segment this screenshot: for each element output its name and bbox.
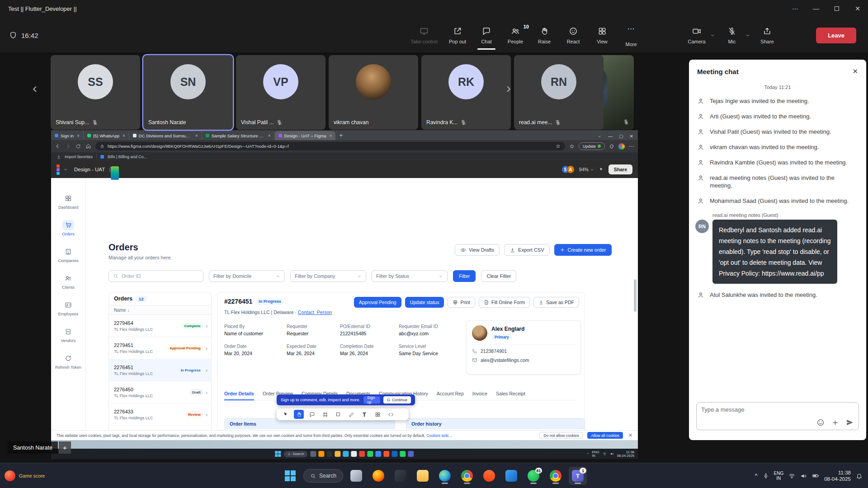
pin-add-button[interactable]: + bbox=[59, 441, 71, 454]
participant-tile[interactable]: SS Shivani Sup... bbox=[51, 55, 140, 130]
browser-tab[interactable]: Design - UAT – Figma × bbox=[275, 131, 336, 140]
participant-tile[interactable]: SN Santosh Narate bbox=[143, 55, 233, 130]
close-tab-icon[interactable]: × bbox=[123, 133, 125, 138]
taskbar-search[interactable]: Search bbox=[303, 469, 343, 483]
extensions-puzzle-icon[interactable] bbox=[609, 144, 614, 149]
components-tool-icon[interactable] bbox=[373, 410, 382, 419]
taskbar-app-icon[interactable] bbox=[343, 451, 349, 457]
home-icon[interactable] bbox=[85, 143, 91, 149]
order-id-search[interactable] bbox=[108, 270, 203, 282]
clear-filter-button[interactable]: Clear Filter bbox=[481, 270, 516, 282]
browser-tab[interactable]: (5) WhatsApp × bbox=[84, 131, 129, 140]
mic-tray-icon[interactable] bbox=[763, 473, 769, 479]
import-favorites-link[interactable]: Import favorites bbox=[65, 155, 93, 159]
figma-file-name[interactable]: Design - UAT bbox=[74, 167, 105, 172]
taskbar-app-icon[interactable] bbox=[376, 451, 382, 457]
people-button[interactable]: 10 People bbox=[501, 17, 530, 53]
contact-email[interactable]: alex@vstatefilings.com bbox=[481, 357, 529, 363]
cookies-settings-link[interactable]: Cookies settings bbox=[426, 433, 454, 438]
dev-mode-icon[interactable] bbox=[386, 410, 396, 419]
filter-button[interactable]: Filter bbox=[453, 270, 476, 282]
zoom-control[interactable]: 94% bbox=[579, 167, 594, 172]
share-button[interactable]: Share bbox=[754, 27, 780, 44]
order-list-item[interactable]: 2276451 TL Flex Holdings LLC In Progress… bbox=[109, 359, 211, 381]
close-tab-icon[interactable]: × bbox=[195, 133, 198, 138]
taskbar-clock[interactable]: 11:3808-04-2025 bbox=[824, 469, 851, 482]
take-control-button[interactable]: Take control bbox=[405, 17, 443, 53]
attach-plus-icon[interactable] bbox=[831, 419, 839, 427]
order-list-item[interactable]: 2276450 TL Flex Holdings LLC Draft › bbox=[109, 381, 211, 404]
text-tool-icon[interactable]: T bbox=[359, 410, 369, 419]
deny-cookies-button[interactable]: Do not allow cookies bbox=[539, 432, 583, 439]
figma-collaborator-avatar[interactable]: A bbox=[566, 165, 575, 174]
scrollbar-thumb[interactable] bbox=[634, 279, 637, 312]
close-button[interactable]: ✕ bbox=[847, 0, 868, 17]
start-icon[interactable] bbox=[275, 451, 281, 457]
participant-tile[interactable]: RN read.ai mee... bbox=[514, 55, 604, 130]
taskbar-app-icon[interactable] bbox=[335, 451, 341, 457]
update-status-button[interactable]: Update status bbox=[405, 297, 444, 308]
order-list-item[interactable]: 2279451 TL Flex Holdings LLC Approval Pe… bbox=[109, 337, 211, 359]
taskbar-app-icon[interactable] bbox=[347, 467, 365, 485]
order-list-item[interactable]: 2279454 TL Flex Holdings LLC Complete › bbox=[109, 315, 211, 337]
sidebar-item-vendors[interactable]: Vendors bbox=[52, 327, 84, 343]
close-tab-icon[interactable]: × bbox=[330, 133, 332, 138]
taskbar-app-icon[interactable] bbox=[311, 451, 316, 457]
browser-tab[interactable]: Sample Salary Structure with calc × bbox=[202, 131, 275, 140]
browser-tab[interactable]: DC Divisions and Surroundings × bbox=[129, 131, 202, 140]
taskbar-app-icon[interactable]: T 1 bbox=[569, 467, 587, 485]
start-button[interactable] bbox=[281, 467, 299, 485]
order-id-input[interactable] bbox=[122, 273, 189, 279]
taskbar-app-icon[interactable] bbox=[458, 467, 476, 485]
hand-tool-icon[interactable] bbox=[294, 410, 304, 419]
save-as-pdf-button[interactable]: Save as PDF bbox=[533, 297, 579, 308]
forward-icon[interactable] bbox=[65, 143, 71, 149]
browser-update-button[interactable]: Update bbox=[579, 142, 605, 150]
language-indicator[interactable]: ENGIN bbox=[774, 471, 784, 481]
contact-phone[interactable]: 2123874901 bbox=[481, 348, 507, 354]
close-cookie-icon[interactable]: ✕ bbox=[628, 432, 632, 438]
print-button[interactable]: Print bbox=[448, 297, 475, 308]
browser-profile-avatar[interactable] bbox=[618, 143, 625, 150]
browser-menu-icon[interactable]: ⋯ bbox=[629, 143, 634, 150]
notifications-bell-icon[interactable] bbox=[856, 473, 863, 479]
chat-button[interactable]: Chat bbox=[472, 17, 501, 53]
message-input[interactable] bbox=[701, 406, 854, 413]
taskbar-app-icon[interactable] bbox=[436, 467, 454, 485]
refresh-icon[interactable] bbox=[75, 144, 81, 149]
taskbar-app-icon[interactable]: 81 bbox=[524, 467, 542, 485]
taskbar-widget[interactable]: Game score bbox=[5, 463, 45, 488]
tab-list-chevron-icon[interactable] bbox=[597, 134, 602, 139]
browser-maximize-icon[interactable]: ▢ bbox=[619, 134, 623, 139]
shape-tool-icon[interactable] bbox=[333, 410, 343, 419]
view-button[interactable]: View bbox=[588, 17, 617, 53]
approval-pending-button[interactable]: Approval Pending bbox=[354, 297, 401, 308]
send-icon[interactable] bbox=[846, 418, 854, 427]
detail-tab[interactable]: Invoice bbox=[472, 391, 487, 396]
pop-out-button[interactable]: Pop out bbox=[443, 17, 472, 53]
raise-hand-button[interactable]: Raise bbox=[530, 17, 559, 53]
figma-menu-chevron-icon[interactable] bbox=[63, 167, 68, 172]
figma-logo-icon[interactable] bbox=[57, 164, 60, 175]
taskbar-app-icon[interactable] bbox=[408, 451, 414, 457]
order-list-item[interactable]: 2276433 TL Flex Holdings LLC Review › bbox=[109, 404, 211, 426]
taskbar-app-icon[interactable] bbox=[502, 467, 520, 485]
bookmark-link[interactable]: Bills | Billing and Co... bbox=[108, 155, 147, 159]
taskbar-app-icon[interactable] bbox=[392, 451, 398, 457]
taskbar-app-icon[interactable] bbox=[392, 467, 410, 485]
browser-minimize-icon[interactable]: — bbox=[608, 134, 613, 139]
message-input-box[interactable] bbox=[696, 402, 859, 430]
browser-tab[interactable]: Sign in × bbox=[51, 131, 84, 140]
order-list-item[interactable]: 2276433 TL Flex Holdings LLC Submitted › bbox=[109, 426, 211, 430]
window-more-icon[interactable]: ⋯ bbox=[785, 0, 806, 17]
taskbar-app-icon[interactable] bbox=[480, 467, 498, 485]
taskbar-app-icon[interactable] bbox=[369, 467, 387, 485]
close-tab-icon[interactable]: × bbox=[77, 133, 80, 138]
sidebar-item-employees[interactable]: Employees bbox=[52, 300, 84, 316]
taskbar-app-icon[interactable] bbox=[351, 451, 357, 457]
taskbar-app-icon[interactable] bbox=[400, 451, 406, 457]
taskbar-app-icon[interactable] bbox=[414, 467, 432, 485]
sidebar-item-orders[interactable]: Orders bbox=[52, 220, 84, 236]
filter-domicile-dropdown[interactable]: Filter by Domicile bbox=[209, 270, 285, 282]
view-drafts-button[interactable]: View Drafts bbox=[455, 244, 500, 256]
